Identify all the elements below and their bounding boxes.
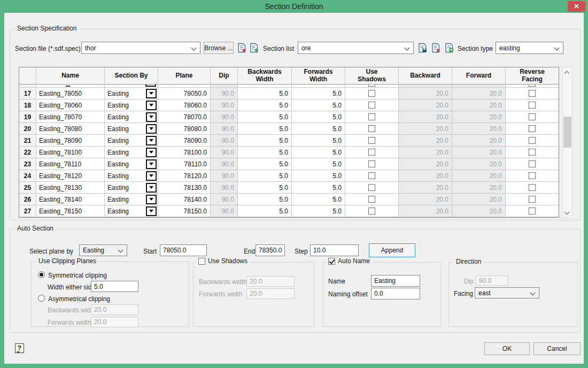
- cell-name[interactable]: Easting_78120: [36, 170, 105, 182]
- cell-backwards-width[interactable]: 5.0: [238, 182, 292, 194]
- cell-name[interactable]: Easting_78070: [36, 111, 105, 123]
- row-number[interactable]: 27: [19, 205, 36, 217]
- use-shadows-checkbox[interactable]: [368, 113, 375, 120]
- use-shadows-checkbox[interactable]: [368, 125, 375, 132]
- cell-plane[interactable]: 78080.0: [158, 123, 211, 135]
- cell-backwards-width[interactable]: 5.0: [238, 135, 292, 147]
- auto-name-checkbox[interactable]: [328, 258, 335, 265]
- cell-backwards-width[interactable]: 5.0: [238, 170, 292, 182]
- dropdown-button[interactable]: [146, 101, 157, 110]
- cell-name[interactable]: Easting_78090: [36, 135, 105, 147]
- cell-name[interactable]: Easting_78130: [36, 182, 105, 194]
- cell-forwards-width[interactable]: 5.0: [292, 158, 345, 170]
- table-scrollbar[interactable]: [562, 67, 572, 218]
- reverse-facing-checkbox[interactable]: [529, 113, 536, 120]
- cell-name[interactable]: Easting_78100: [36, 147, 105, 158]
- dropdown-button[interactable]: [146, 89, 157, 98]
- reverse-facing-checkbox[interactable]: [529, 90, 536, 97]
- cell-forwards-width[interactable]: 5.0: [292, 182, 345, 194]
- reverse-facing-checkbox[interactable]: [529, 172, 536, 179]
- dropdown-button[interactable]: [146, 148, 157, 157]
- reverse-facing-checkbox[interactable]: [529, 184, 536, 191]
- row-number[interactable]: 22: [19, 147, 36, 158]
- step-input[interactable]: 10.0: [310, 244, 359, 256]
- use-shadows-checkbox[interactable]: [198, 258, 205, 265]
- cell-section-by[interactable]: Easting: [105, 123, 158, 135]
- scroll-down-icon[interactable]: [565, 210, 569, 214]
- cell-plane[interactable]: 78130.0: [158, 182, 211, 194]
- cell-section-by[interactable]: Easting: [105, 147, 158, 158]
- cell-forwards-width[interactable]: 5.0: [292, 111, 345, 123]
- cell-plane[interactable]: 78140.0: [158, 194, 211, 205]
- cell-plane[interactable]: 78100.0: [158, 147, 211, 158]
- dropdown-button[interactable]: [146, 183, 157, 193]
- cell-name[interactable]: Easting_78150: [36, 205, 105, 217]
- cell-backwards-width[interactable]: 5.0: [238, 99, 292, 111]
- cell-name[interactable]: Easting_78060: [36, 99, 105, 111]
- cell-section-by[interactable]: Easting: [105, 205, 158, 217]
- cell-backwards-width[interactable]: 5.0: [238, 123, 292, 135]
- cell-name[interactable]: Easting_78050: [36, 88, 105, 99]
- row-number[interactable]: 20: [19, 123, 36, 135]
- cell-forwards-width[interactable]: 5.0: [292, 99, 345, 111]
- cell-forwards-width[interactable]: 5.0: [292, 88, 345, 99]
- row-number[interactable]: 25: [19, 182, 36, 194]
- cell-plane[interactable]: 78120.0: [158, 170, 211, 182]
- cell-plane[interactable]: 78070.0: [158, 111, 211, 123]
- cell-forwards-width[interactable]: 5.0: [292, 147, 345, 158]
- cell-forwards-width[interactable]: 5.0: [292, 123, 345, 135]
- help-icon[interactable]: ?: [15, 343, 24, 353]
- list-delete-icon[interactable]: [431, 43, 441, 53]
- cell-forwards-width[interactable]: 5.0: [292, 170, 345, 182]
- reverse-facing-checkbox[interactable]: [529, 102, 536, 109]
- cell-section-by[interactable]: Easting: [105, 135, 158, 147]
- dropdown-button[interactable]: [146, 159, 157, 169]
- use-shadows-checkbox[interactable]: [368, 208, 375, 214]
- close-icon[interactable]: ✕: [568, 1, 585, 12]
- reverse-facing-checkbox[interactable]: [529, 149, 536, 156]
- cell-backwards-width[interactable]: 5.0: [238, 205, 292, 217]
- dropdown-button[interactable]: [146, 112, 157, 122]
- ok-button[interactable]: OK: [484, 342, 530, 355]
- cell-section-by[interactable]: Easting: [105, 158, 158, 170]
- cell-forwards-width[interactable]: 5.0: [292, 194, 345, 205]
- select-plane-by-select[interactable]: Easting: [79, 244, 127, 256]
- naming-offset-input[interactable]: 0.0: [371, 288, 420, 300]
- cell-plane[interactable]: 78150.0: [158, 205, 211, 217]
- list-save-icon[interactable]: [417, 43, 428, 53]
- reverse-facing-checkbox[interactable]: [529, 137, 536, 144]
- use-shadows-checkbox[interactable]: [368, 196, 375, 203]
- row-number[interactable]: 18: [19, 99, 36, 111]
- cell-name[interactable]: Easting_78080: [36, 123, 105, 135]
- cell-forwards-width[interactable]: 5.0: [292, 205, 345, 217]
- use-shadows-checkbox[interactable]: [368, 149, 375, 156]
- cell-section-by[interactable]: Easting: [105, 170, 158, 182]
- symmetrical-clipping-radio[interactable]: [38, 271, 45, 278]
- end-input[interactable]: 78350.0: [256, 244, 285, 256]
- asymmetrical-clipping-radio[interactable]: [38, 295, 45, 302]
- dropdown-button[interactable]: [146, 206, 157, 216]
- reverse-facing-checkbox[interactable]: [529, 125, 536, 132]
- cell-section-by[interactable]: Easting: [105, 182, 158, 194]
- append-button[interactable]: Append: [369, 243, 415, 257]
- reverse-facing-checkbox[interactable]: [529, 208, 536, 214]
- cell-name[interactable]: Easting_78140: [36, 194, 105, 205]
- cell-plane[interactable]: 78110.0: [158, 158, 211, 170]
- cell-plane[interactable]: 78060.0: [158, 99, 211, 111]
- cell-section-by[interactable]: Easting: [105, 111, 158, 123]
- cancel-button[interactable]: Cancel: [533, 342, 581, 355]
- row-number[interactable]: 21: [19, 135, 36, 147]
- use-shadows-checkbox[interactable]: [368, 90, 375, 97]
- facing-select[interactable]: east: [475, 287, 539, 298]
- scroll-up-icon[interactable]: [565, 70, 569, 74]
- row-number[interactable]: 26: [19, 194, 36, 205]
- row-number[interactable]: 19: [19, 111, 36, 123]
- dropdown-button[interactable]: [146, 136, 157, 145]
- section-list-select[interactable]: ore: [298, 42, 414, 54]
- cell-forwards-width[interactable]: 5.0: [292, 135, 345, 147]
- cell-section-by[interactable]: Easting: [105, 88, 158, 99]
- cell-plane[interactable]: 78050.0: [158, 88, 211, 99]
- reverse-facing-checkbox[interactable]: [529, 196, 536, 203]
- cell-plane[interactable]: 78090.0: [158, 135, 211, 147]
- dropdown-button[interactable]: [146, 124, 157, 134]
